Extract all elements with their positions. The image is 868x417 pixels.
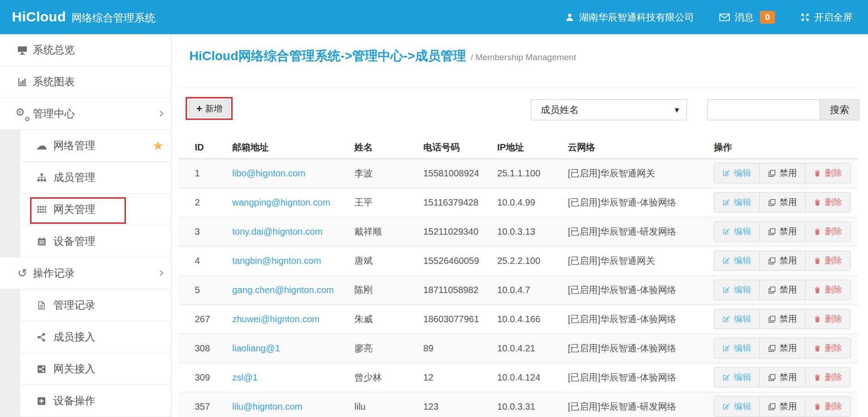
edit-icon (722, 345, 730, 352)
cell-phone: 18603077961 (407, 304, 481, 334)
disable-button[interactable]: 禁用 (759, 309, 806, 329)
sidebar-item-admin-center[interactable]: ⚙⚙ 管理中心 › (0, 98, 171, 130)
clone-icon (768, 286, 776, 294)
disable-button[interactable]: 禁用 (759, 192, 806, 212)
disable-label: 禁用 (780, 226, 797, 237)
sidebar-item-operation-records[interactable]: ↺ 操作记录 › (0, 257, 171, 289)
table-row: 267 zhuwei@hignton.com 朱威 18603077961 10… (179, 304, 858, 334)
cell-actions: 编辑 禁用 删除 (698, 159, 858, 188)
email-link[interactable]: tangbin@hignton.com (232, 256, 321, 266)
cell-phone: 15581008924 (407, 159, 481, 188)
filter-dropdown-value: 成员姓名 (541, 103, 579, 116)
brand: HiCloud 网络综合管理系统 (12, 9, 155, 25)
edit-button[interactable]: 编辑 (714, 163, 760, 183)
cell-name: 廖亮 (338, 334, 407, 363)
col-header-phone: 电话号码 (407, 137, 481, 159)
sidebar-item-member-access[interactable]: 成员接入 (20, 321, 171, 353)
trash-icon (814, 199, 821, 206)
disable-button[interactable]: 禁用 (759, 338, 806, 358)
delete-label: 删除 (825, 226, 842, 237)
sidebar-item-gateway-management[interactable]: 网关管理 (20, 194, 171, 226)
edit-button[interactable]: 编辑 (714, 192, 760, 212)
sidebar-item-device-management[interactable]: 设备管理 (20, 226, 171, 257)
row-action-group: 编辑 禁用 删除 (714, 280, 851, 300)
delete-button[interactable]: 删除 (805, 309, 851, 329)
email-link[interactable]: gang.chen@hignton.com (232, 285, 334, 295)
sidebar-item-network-management[interactable]: ☁ 网络管理 ★ (20, 130, 171, 162)
edit-button[interactable]: 编辑 (714, 221, 760, 242)
edit-button[interactable]: 编辑 (714, 280, 760, 300)
delete-button[interactable]: 删除 (805, 192, 851, 212)
grid-icon (36, 205, 47, 214)
edit-label: 编辑 (734, 226, 751, 237)
disable-button[interactable]: 禁用 (759, 367, 806, 387)
cell-network: [已启用]华辰智通-研发网络 (552, 217, 698, 246)
cell-phone: 15211029340 (407, 217, 481, 246)
edit-icon (722, 257, 730, 265)
disable-label: 禁用 (780, 371, 797, 383)
search-input[interactable] (707, 99, 820, 120)
table-row: 4 tangbin@hignton.com 唐斌 15526460059 25.… (179, 246, 858, 275)
cell-network: [已启用]华辰智通-体验网络 (552, 188, 698, 217)
email-link[interactable]: libo@hignton.com (232, 168, 305, 178)
sidebar-item-device-operations[interactable]: 设备操作 (20, 385, 171, 417)
cell-network: [已启用]华辰智通-体验网络 (552, 275, 698, 304)
delete-button[interactable]: 删除 (805, 367, 851, 387)
sidebar-item-system-overview[interactable]: 系统总览 (0, 34, 171, 66)
disable-button[interactable]: 禁用 (759, 163, 806, 183)
fullscreen-label: 开启全屏 (814, 11, 852, 24)
search-button[interactable]: 搜索 (820, 99, 859, 120)
sidebar-item-system-charts[interactable]: 系统图表 (0, 66, 171, 98)
row-action-group: 编辑 禁用 删除 (714, 251, 851, 271)
email-link[interactable]: lilu@hignton.com (232, 402, 302, 412)
messages-menu[interactable]: 消息 0 (719, 11, 775, 24)
cell-network: [已启用]华辰智通-体验网络 (552, 304, 698, 334)
cell-network: [已启用]华辰智通网关 (552, 159, 698, 188)
disable-button[interactable]: 禁用 (759, 280, 806, 300)
sidebar: 系统总览 系统图表 ⚙⚙ 管理中心 › ☁ 网络管理 ★ (0, 34, 172, 417)
email-link[interactable]: liaoliang@1 (232, 343, 280, 353)
clone-icon (768, 403, 776, 411)
delete-button[interactable]: 删除 (805, 251, 851, 271)
disable-button[interactable]: 禁用 (759, 221, 806, 242)
email-link[interactable]: zhuwei@hignton.com (232, 314, 320, 324)
edit-button[interactable]: 编辑 (714, 338, 760, 358)
cell-network: [已启用]华辰智通网关 (552, 246, 698, 275)
sidebar-item-label: 网络管理 (53, 139, 95, 153)
edit-button[interactable]: 编辑 (714, 396, 760, 417)
cell-ip: 25.1.1.100 (481, 159, 552, 188)
col-header-name: 姓名 (338, 137, 407, 159)
disable-button[interactable]: 禁用 (759, 251, 806, 271)
caret-down-icon: ▼ (675, 107, 679, 113)
edit-button[interactable]: 编辑 (714, 309, 760, 329)
delete-button[interactable]: 删除 (805, 338, 851, 358)
delete-button[interactable]: 删除 (805, 163, 851, 183)
email-link[interactable]: zsl@1 (232, 372, 258, 382)
email-link[interactable]: wangping@hignton.com (232, 197, 330, 207)
star-icon[interactable]: ★ (153, 138, 164, 152)
delete-button[interactable]: 删除 (805, 396, 851, 417)
disable-label: 禁用 (780, 196, 797, 208)
edit-button[interactable]: 编辑 (714, 367, 760, 387)
filter-dropdown[interactable]: 成员姓名 ▼ (531, 99, 687, 120)
share-square-icon (36, 365, 47, 374)
delete-button[interactable]: 删除 (805, 221, 851, 242)
delete-button[interactable]: 删除 (805, 280, 851, 300)
sidebar-item-admin-records[interactable]: 管理记录 (20, 289, 171, 321)
sidebar-item-member-management[interactable]: 成员管理 (20, 162, 171, 194)
row-action-group: 编辑 禁用 删除 (714, 396, 851, 417)
cell-name: 唐斌 (338, 246, 407, 275)
edit-button[interactable]: 编辑 (714, 251, 760, 271)
add-button[interactable]: + 新增 (189, 100, 230, 117)
fullscreen-button[interactable]: 开启全屏 (800, 11, 852, 24)
chevron-right-icon: › (159, 264, 164, 280)
col-header-email: 邮箱地址 (216, 137, 338, 159)
col-header-actions: 操作 (698, 137, 858, 159)
chevron-right-icon: › (159, 105, 164, 121)
table-row: 3 tony.dai@hignton.com 戴祥顺 15211029340 1… (179, 217, 858, 246)
email-link[interactable]: tony.dai@hignton.com (232, 227, 322, 237)
search-group: 搜索 (707, 99, 859, 120)
disable-button[interactable]: 禁用 (759, 396, 806, 417)
sidebar-item-gateway-access[interactable]: 网关接入 (20, 353, 171, 385)
company-menu[interactable]: 湖南华辰智通科技有限公司 (565, 11, 694, 24)
